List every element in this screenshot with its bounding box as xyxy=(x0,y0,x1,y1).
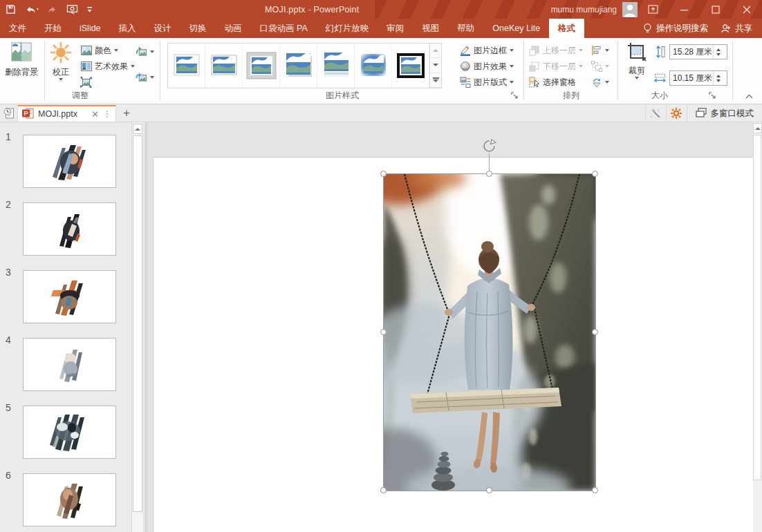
shape-height-spinner[interactable] xyxy=(713,45,723,59)
save-icon[interactable] xyxy=(6,2,16,17)
maximize-icon[interactable] xyxy=(700,0,731,19)
tab-design[interactable]: 设计 xyxy=(145,19,180,38)
tab-help[interactable]: 帮助 xyxy=(448,19,483,38)
style-simple-frame-white[interactable] xyxy=(168,44,205,88)
shape-height-input[interactable] xyxy=(670,46,713,58)
resize-handle-nw[interactable] xyxy=(380,171,387,177)
slide-thumbnail-1[interactable] xyxy=(23,135,116,188)
slide-thumbnail-4[interactable] xyxy=(23,338,116,391)
style-reflected-rectangle[interactable] xyxy=(317,44,355,88)
collapse-ribbon-icon[interactable] xyxy=(745,94,752,98)
ribbon-display-options-icon[interactable] xyxy=(638,0,669,19)
corrections-button[interactable]: 校正 xyxy=(46,38,76,81)
tab-pocket-animation[interactable]: 口袋动画 PA xyxy=(251,19,317,38)
selected-picture[interactable] xyxy=(384,174,595,491)
resize-handle-w[interactable] xyxy=(380,329,387,335)
slide-thumbnail-6[interactable] xyxy=(23,473,116,526)
shape-width-spinner[interactable] xyxy=(713,71,723,85)
picture-border-button[interactable]: 图片边框 xyxy=(459,43,514,58)
tab-menu-icon[interactable]: ⋮ xyxy=(103,109,111,119)
resize-handle-se[interactable] xyxy=(592,487,598,493)
shape-width-input[interactable] xyxy=(670,72,713,84)
slide-thumbnail-5[interactable] xyxy=(23,406,116,459)
close-tab-icon[interactable]: ✕ xyxy=(91,109,99,120)
artistic-effects-button[interactable]: 艺术效果 xyxy=(80,59,135,74)
window-title: MOJI.pptx - PowerPoint xyxy=(265,0,359,19)
multi-window-icon xyxy=(696,108,707,120)
gallery-scroll-down[interactable] xyxy=(430,58,441,73)
lightbulb-icon xyxy=(643,23,652,34)
style-drop-shadow-rectangle[interactable] xyxy=(280,44,317,88)
tab-insert[interactable]: 插入 xyxy=(110,19,145,38)
selection-pane-button[interactable]: 选择窗格 xyxy=(528,75,576,90)
panel-scroll-up-icon[interactable] xyxy=(133,124,142,134)
document-tab-label: MOJI.pptx xyxy=(38,109,77,119)
send-backward-icon xyxy=(528,61,540,73)
gallery-scroll-up[interactable] xyxy=(430,44,441,58)
slide-number: 4 xyxy=(6,334,18,345)
new-tab-icon[interactable]: + xyxy=(116,105,137,122)
gear-icon[interactable] xyxy=(666,105,687,122)
picture-styles-dialog-launcher[interactable] xyxy=(511,92,520,101)
style-thick-black-frame[interactable] xyxy=(392,44,429,88)
resize-handle-ne[interactable] xyxy=(592,171,598,177)
group-label-arrange: 排列 xyxy=(524,90,618,102)
change-picture-button[interactable] xyxy=(136,44,154,59)
tab-onekey[interactable]: OneKey Lite xyxy=(483,19,549,38)
resize-handle-e[interactable] xyxy=(592,329,598,335)
reset-picture-button[interactable] xyxy=(136,70,154,85)
group-button xyxy=(591,59,609,74)
picture-effects-button[interactable]: 图片效果 xyxy=(459,59,514,74)
panel-scrollbar[interactable] xyxy=(131,122,143,532)
minimize-icon[interactable] xyxy=(669,0,700,19)
color-button[interactable]: 颜色 xyxy=(80,43,118,58)
gallery-more-button[interactable] xyxy=(430,73,441,88)
rotate-button[interactable] xyxy=(591,75,609,90)
picture-woman-on-swing xyxy=(384,174,595,491)
align-icon xyxy=(591,45,602,57)
align-button[interactable] xyxy=(591,43,609,58)
tab-slideshow[interactable]: 幻灯片放映 xyxy=(317,19,378,38)
slide-thumbnail-3[interactable] xyxy=(23,270,116,323)
slide-thumbnail-2[interactable] xyxy=(23,202,116,256)
canvas-scrollbar-thumb[interactable] xyxy=(753,135,761,480)
resize-handle-s[interactable] xyxy=(486,487,492,493)
customize-qat-icon[interactable] xyxy=(86,2,93,17)
tab-format[interactable]: 格式 xyxy=(549,19,584,38)
tell-me-search[interactable]: 操作说明搜索 xyxy=(643,23,708,35)
avatar[interactable] xyxy=(622,2,638,17)
compress-picture-button[interactable] xyxy=(80,75,92,90)
remove-background-button[interactable]: 删除背景 xyxy=(1,38,41,77)
tab-animations[interactable]: 动画 xyxy=(216,19,251,38)
tab-home[interactable]: 开始 xyxy=(35,19,71,38)
tab-transitions[interactable]: 切换 xyxy=(180,19,216,38)
picture-layout-button[interactable]: 图片版式 xyxy=(459,75,514,90)
panel-scrollbar-thumb[interactable] xyxy=(133,135,142,512)
close-icon[interactable] xyxy=(731,0,762,19)
undo-icon[interactable] xyxy=(24,2,39,17)
document-tab-moji[interactable]: P MOJI.pptx ✕ ⋮ xyxy=(18,105,116,122)
magic-wand-icon[interactable] xyxy=(645,105,666,122)
crop-button[interactable]: 裁剪 xyxy=(622,38,651,79)
shape-width-row xyxy=(654,70,727,86)
resize-handle-sw[interactable] xyxy=(380,487,387,493)
multi-window-mode-button[interactable]: 多窗口模式 xyxy=(687,105,762,122)
style-metal-frame[interactable] xyxy=(243,44,280,88)
canvas-scroll-up-icon[interactable] xyxy=(753,123,762,133)
tab-review[interactable]: 审阅 xyxy=(378,19,413,38)
user-name[interactable]: mumu mumujiang xyxy=(551,5,617,15)
recent-files-icon[interactable] xyxy=(0,105,18,122)
tab-file[interactable]: 文件 xyxy=(0,19,35,38)
resize-handle-n[interactable] xyxy=(486,171,492,177)
change-picture-icon xyxy=(136,46,147,58)
style-beveled-matte-white[interactable] xyxy=(205,44,243,88)
rotation-handle[interactable] xyxy=(481,138,497,154)
style-soft-edge-rectangle[interactable] xyxy=(355,44,392,88)
canvas-scrollbar[interactable] xyxy=(753,122,762,532)
rotate-icon xyxy=(591,77,602,88)
slideshow-icon[interactable] xyxy=(66,2,78,17)
tab-view[interactable]: 视图 xyxy=(413,19,448,38)
size-dialog-launcher[interactable] xyxy=(709,92,718,101)
tab-islide[interactable]: iSlide xyxy=(71,19,110,38)
share-button[interactable]: 共享 xyxy=(721,23,752,35)
